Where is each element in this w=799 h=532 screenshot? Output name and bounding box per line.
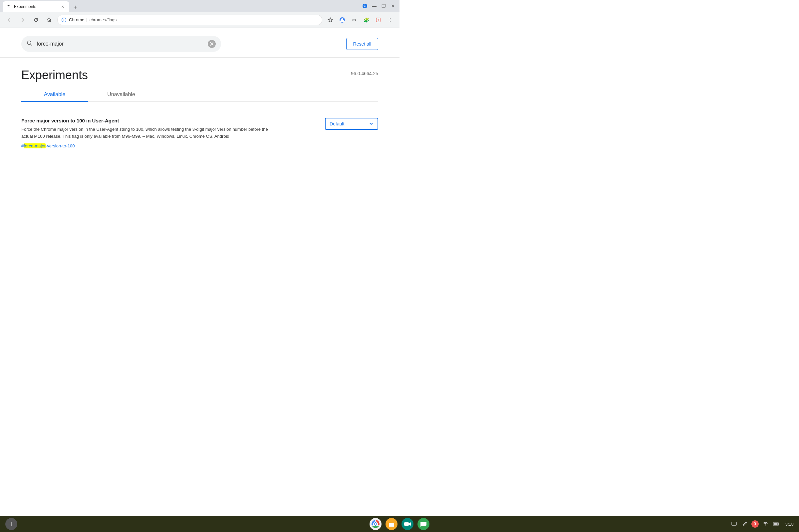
- puzzle-icon[interactable]: 🧩: [361, 15, 372, 25]
- tabs-container: Available Unavailable: [21, 88, 378, 102]
- menu-icon[interactable]: ⋮: [385, 15, 395, 25]
- flag-dropdown-value: Default: [330, 121, 344, 127]
- toolbar: Chrome | chrome://flags ✂ 🧩: [0, 12, 400, 28]
- address-path: chrome://flags: [90, 17, 117, 22]
- scissors-icon[interactable]: ✂: [349, 15, 359, 25]
- version-text: 96.0.4664.25: [351, 71, 378, 76]
- address-bar[interactable]: Chrome | chrome://flags: [57, 15, 322, 25]
- window-controls: — ❐ ✕: [361, 2, 397, 10]
- address-text: Chrome | chrome://flags: [69, 17, 116, 22]
- active-tab[interactable]: ⚗ Experiments ✕: [3, 1, 69, 12]
- flag-link-suffix: -version-to-100: [45, 144, 75, 148]
- search-input[interactable]: [37, 41, 204, 47]
- site-info-icon: [61, 18, 66, 22]
- tab-strip: ⚗ Experiments ✕ +: [3, 0, 361, 12]
- search-icon: [26, 40, 33, 48]
- page-header: Experiments 96.0.4664.25: [21, 58, 378, 88]
- search-clear-button[interactable]: [208, 40, 216, 48]
- forward-button[interactable]: [17, 15, 28, 25]
- profile-icon[interactable]: [337, 15, 348, 25]
- address-separator: |: [86, 17, 87, 22]
- bookmark-star-icon[interactable]: [325, 15, 336, 25]
- address-domain: Chrome: [69, 17, 84, 22]
- tab-favicon: ⚗: [7, 4, 11, 9]
- flag-description: Force the Chrome major version in the Us…: [21, 126, 274, 140]
- flag-dropdown[interactable]: Default: [325, 118, 378, 130]
- reload-button[interactable]: [31, 15, 41, 25]
- flag-content: Force major version to 100 in User-Agent…: [21, 118, 274, 149]
- main-area: Experiments 96.0.4664.25 Available Unava…: [0, 58, 400, 157]
- new-tab-button[interactable]: +: [71, 3, 80, 12]
- home-button[interactable]: [44, 15, 55, 25]
- svg-point-5: [27, 41, 31, 44]
- page-content: Reset all Experiments 96.0.4664.25 Avail…: [0, 28, 400, 266]
- maximize-button[interactable]: ❐: [379, 2, 388, 10]
- search-area: Reset all: [0, 28, 400, 52]
- title-bar: ⚗ Experiments ✕ + — ❐ ✕: [0, 0, 400, 12]
- tab-title: Experiments: [14, 4, 57, 9]
- flag-link-highlight: force-major: [24, 144, 45, 148]
- flag-link[interactable]: #force-major-version-to-100: [21, 144, 75, 148]
- close-button[interactable]: ✕: [389, 2, 397, 10]
- flag-entry: Force major version to 100 in User-Agent…: [21, 110, 378, 157]
- tab-close-button[interactable]: ✕: [60, 4, 65, 9]
- reset-all-button[interactable]: Reset all: [346, 38, 378, 50]
- download-icon[interactable]: [361, 2, 369, 10]
- minimize-button[interactable]: —: [370, 2, 378, 10]
- dropdown-chevron-icon: [369, 121, 373, 126]
- flag-title: Force major version to 100 in User-Agent: [21, 118, 274, 124]
- back-button[interactable]: [4, 15, 15, 25]
- extension-icon[interactable]: [373, 15, 384, 25]
- tab-available[interactable]: Available: [21, 88, 88, 101]
- tab-unavailable[interactable]: Unavailable: [88, 88, 154, 101]
- toolbar-actions: ✂ 🧩 ⋮: [325, 15, 395, 25]
- page-title: Experiments: [21, 68, 88, 82]
- search-box: [21, 36, 221, 52]
